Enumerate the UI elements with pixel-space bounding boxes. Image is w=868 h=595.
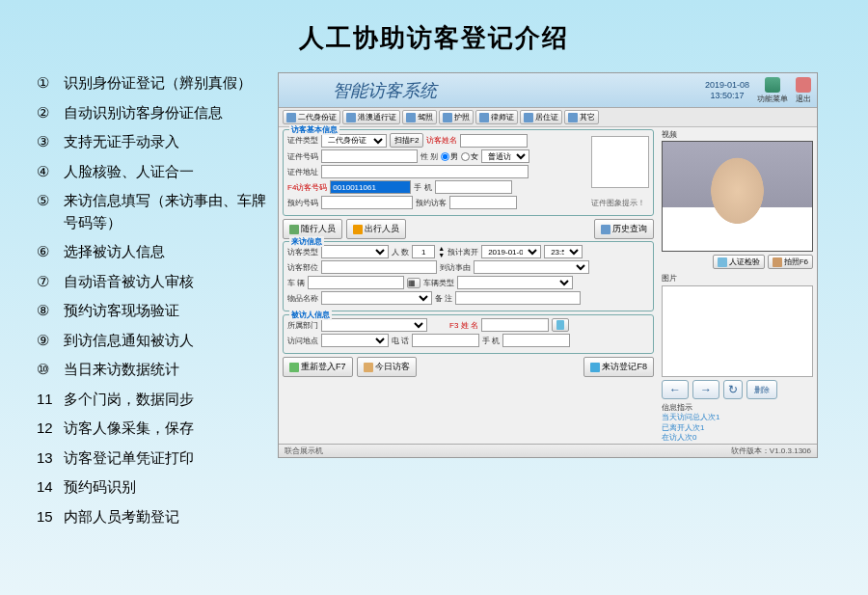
nav-next-button[interactable]: → bbox=[692, 380, 719, 399]
feature-item: ③支持无证手动录入 bbox=[37, 131, 278, 153]
visitee-name-input[interactable] bbox=[481, 318, 549, 332]
label: 电 话 bbox=[392, 336, 409, 346]
phone-input[interactable] bbox=[435, 180, 512, 194]
reserve-no-input[interactable] bbox=[321, 196, 413, 209]
car-input[interactable] bbox=[308, 276, 404, 289]
visit-dept-input[interactable] bbox=[321, 260, 437, 274]
scan-button[interactable]: 扫描F2 bbox=[390, 133, 423, 148]
remark-input[interactable] bbox=[455, 291, 581, 305]
group-title: 访客基本信息 bbox=[289, 124, 339, 135]
leave-time-select[interactable]: 23:59 bbox=[544, 245, 583, 258]
label: 备 注 bbox=[435, 293, 452, 304]
label: F4访客号码 bbox=[287, 182, 327, 193]
feature-item: ④人脸核验、人证合一 bbox=[37, 161, 278, 183]
stepper[interactable]: ▲▼ bbox=[438, 245, 445, 258]
cert-type-select[interactable]: 二代身份证 bbox=[321, 134, 387, 148]
feature-item: ⑥选择被访人信息 bbox=[37, 241, 278, 263]
feature-item: 11多个门岗，数据同步 bbox=[37, 389, 278, 411]
toolbar-button[interactable]: 二代身份证 bbox=[283, 110, 340, 124]
feature-item: 12访客人像采集，保存 bbox=[37, 418, 278, 440]
feature-item: 13访客登记单凭证打印 bbox=[37, 447, 278, 470]
label: 性 别 bbox=[420, 151, 438, 162]
photo-label: 图片 bbox=[662, 273, 813, 284]
leave-date-select[interactable]: 2019-01-08 bbox=[481, 245, 541, 258]
register-button[interactable]: 来访登记F8 bbox=[583, 357, 654, 377]
visit-location-select[interactable] bbox=[321, 334, 389, 347]
feature-item: ⑨到访信息通知被访人 bbox=[37, 330, 278, 352]
app-header: 智能访客系统 2019-01-0813:50:17 功能菜单 退出 bbox=[279, 73, 817, 108]
feature-item: ⑩当日来访数据统计 bbox=[37, 359, 278, 381]
feature-item: 15内部人员考勤登记 bbox=[37, 506, 278, 528]
stats-panel: 信息指示 当天访问总人次1 已离开人次1 在访人次0 bbox=[662, 403, 813, 444]
label: 物品名称 bbox=[287, 293, 318, 304]
exit-button[interactable]: 退出 bbox=[796, 77, 811, 104]
toolbar-button[interactable]: 其它 bbox=[564, 110, 599, 124]
visit-type-select[interactable] bbox=[321, 245, 389, 258]
status-bar: 联合展示机 软件版本：V1.0.3.1306 bbox=[279, 444, 817, 457]
video-preview bbox=[662, 141, 813, 252]
app-title: 智能访客系统 bbox=[333, 79, 437, 102]
label: 车辆类型 bbox=[423, 278, 454, 288]
nav-delete-button[interactable]: 删除 bbox=[746, 380, 777, 399]
nav-prev-button[interactable]: ← bbox=[662, 380, 689, 399]
label: 人 数 bbox=[392, 247, 409, 257]
group-visit-info: 来访信息 访客类型 人 数 ▲▼ 预计离开 2019-01-08 23:59 访… bbox=[283, 241, 654, 311]
today-button[interactable]: 今日访客 bbox=[357, 357, 417, 377]
label: 手 机 bbox=[482, 336, 500, 346]
datetime: 2019-01-0813:50:17 bbox=[705, 80, 749, 101]
toolbar-button[interactable]: 驾照 bbox=[402, 110, 437, 124]
sex-male-radio[interactable]: 男 bbox=[441, 151, 458, 162]
visitee-lookup-button[interactable] bbox=[552, 318, 569, 332]
label: F3 姓 名 bbox=[449, 320, 478, 331]
menu-button[interactable]: 功能菜单 bbox=[757, 77, 788, 104]
visitee-mobile-input[interactable] bbox=[502, 334, 570, 347]
label: 所属部门 bbox=[287, 320, 318, 331]
cert-no-input[interactable] bbox=[321, 149, 418, 163]
capture-button[interactable]: 拍照F6 bbox=[768, 255, 813, 269]
group-visitor-basic: 访客基本信息 证件类型 二代身份证 扫描F2 访客姓名 证件号码 性 别 bbox=[283, 129, 654, 216]
face-check-button[interactable]: 人证检验 bbox=[713, 255, 765, 269]
label: 预约访客 bbox=[416, 198, 447, 208]
label: 手 机 bbox=[414, 182, 431, 193]
sex-female-radio[interactable]: 女 bbox=[461, 151, 478, 162]
label: 访问地点 bbox=[287, 336, 318, 346]
label: 到访事由 bbox=[440, 262, 471, 273]
feature-item: ⑦自动语音被访人审核 bbox=[37, 271, 278, 293]
label: 访客姓名 bbox=[426, 135, 457, 146]
out-button[interactable]: 出行人员 bbox=[346, 219, 406, 239]
label: 访客部位 bbox=[287, 262, 318, 273]
label: 访客类型 bbox=[287, 247, 318, 257]
group-title: 被访人信息 bbox=[289, 310, 332, 320]
feature-item: ⑤来访信息填写（来访事由、车牌号码等） bbox=[37, 190, 278, 233]
visitee-phone-input[interactable] bbox=[412, 334, 479, 347]
photo-area bbox=[662, 285, 813, 377]
history-button[interactable]: 历史查询 bbox=[594, 219, 654, 239]
toolbar-button[interactable]: 居住证 bbox=[520, 110, 562, 124]
footer-right: 软件版本：V1.0.3.1306 bbox=[731, 446, 811, 456]
group-visitee-info: 被访人信息 所属部门 F3 姓 名 访问地点 电 话 手 机 bbox=[283, 314, 654, 354]
toolbar-button[interactable]: 律师证 bbox=[475, 110, 518, 124]
cert-photo-box bbox=[591, 136, 649, 188]
cert-addr-input[interactable] bbox=[321, 165, 529, 178]
car-plate-button[interactable]: ▦ bbox=[407, 278, 420, 288]
people-count-input[interactable] bbox=[412, 245, 435, 258]
cert-hint: 证件图象提示！ bbox=[591, 198, 645, 208]
car-type-select[interactable] bbox=[457, 276, 573, 289]
goods-select[interactable] bbox=[321, 291, 432, 305]
relogin-button[interactable]: 重新登入F7 bbox=[283, 357, 353, 377]
toolbar-button[interactable]: 护照 bbox=[439, 110, 474, 124]
toolbar: 二代身份证港澳通行证驾照护照律师证居住证其它 bbox=[279, 108, 817, 127]
toolbar-button[interactable]: 港澳通行证 bbox=[342, 110, 400, 124]
group-title: 来访信息 bbox=[289, 236, 324, 247]
reserve-visitor-input[interactable] bbox=[449, 196, 517, 209]
app-window: 智能访客系统 2019-01-0813:50:17 功能菜单 退出 二代身份证港… bbox=[278, 72, 818, 458]
visitee-dept-select[interactable] bbox=[321, 318, 427, 332]
feature-item: 14预约码识别 bbox=[37, 476, 278, 499]
visitor-type-select[interactable]: 普通访客 bbox=[481, 149, 529, 163]
visitor-name-input[interactable] bbox=[460, 134, 528, 148]
visit-reason-select[interactable] bbox=[474, 260, 589, 274]
nav-refresh-button[interactable]: ↻ bbox=[723, 380, 743, 399]
label: 证件地址 bbox=[287, 167, 318, 177]
label: 证件号码 bbox=[287, 151, 318, 162]
visitor-no-input[interactable] bbox=[330, 180, 411, 194]
